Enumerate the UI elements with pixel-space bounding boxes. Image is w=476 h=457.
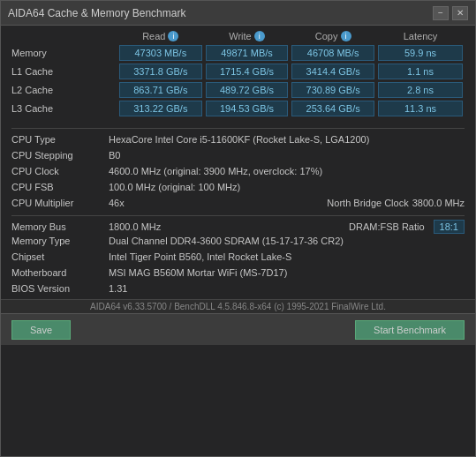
l2cache-read: 863.71 GB/s [119,82,202,98]
table-row-l2cache: L2 Cache 863.71 GB/s 489.72 GB/s 730.89 … [11,82,465,98]
info-row-chipset: Chipset Intel Tiger Point B560, Intel Ro… [11,251,465,266]
cpu-multiplier-label: CPU Multiplier [11,198,109,208]
l1cache-read: 3371.8 GB/s [119,64,202,79]
bios-value: 1.31 [109,283,465,294]
status-bar: AIDA64 v6.33.5700 / BenchDLL 4.5.846.8-x… [1,299,475,313]
info-row-cpu-multiplier: CPU Multiplier 46x North Bridge Clock 38… [11,198,465,212]
l1cache-label: L1 Cache [11,66,117,77]
copy-info-icon[interactable]: i [341,31,351,41]
info-row-motherboard: Motherboard MSI MAG B560M Mortar WiFi (M… [11,267,465,281]
memory-bus-value: 1800.0 MHz [109,221,349,232]
info-row-memory-type: Memory Type Dual Channel DDR4-3600 SDRAM… [11,236,465,250]
info-row-cpu-type: CPU Type HexaCore Intel Core i5-11600KF … [11,134,465,148]
start-benchmark-button[interactable]: Start Benchmark [355,320,465,340]
info-row-memory-bus: Memory Bus 1800.0 MHz DRAM:FSB Ratio 18:… [11,220,465,234]
header-col-read: Read i [117,31,204,41]
header-col-label [11,31,117,41]
close-button[interactable]: ✕ [452,6,468,20]
motherboard-value: MSI MAG B560M Mortar WiFi (MS-7D17) [109,267,465,278]
cpu-type-value: HexaCore Intel Core i5-11600KF (Rocket L… [109,134,465,145]
bottom-bar: Save Start Benchmark [1,313,475,345]
l2cache-latency: 2.8 ns [378,82,463,98]
status-text: AIDA64 v6.33.5700 / BenchDLL 4.5.846.8-x… [90,302,386,311]
memory-copy: 46708 MB/s [291,45,374,61]
l2cache-label: L2 Cache [11,85,117,95]
table-row-l3cache: L3 Cache 313.22 GB/s 194.53 GB/s 253.64 … [11,101,465,116]
memory-latency: 59.9 ns [378,45,463,61]
memory-bus-label: Memory Bus [11,221,109,232]
cpu-clock-value: 4600.0 MHz (original: 3900 MHz, overcloc… [109,166,465,176]
cpu-fsb-value: 100.0 MHz (original: 100 MHz) [109,182,465,192]
header-col-copy: Copy i [290,31,376,41]
save-button[interactable]: Save [11,320,71,340]
window-title: AIDA64 Cache & Memory Benchmark [8,7,185,19]
header-col-write: Write i [204,31,291,41]
content-area: Read i Write i Copy i Latency Memory 47 [1,26,475,456]
table-row-memory: Memory 47303 MB/s 49871 MB/s 46708 MB/s … [11,45,465,61]
memory-label: Memory [11,48,117,58]
cpu-fsb-label: CPU FSB [11,182,109,192]
dram-fsb-label: DRAM:FSB Ratio [349,221,425,232]
l3cache-write: 194.53 GB/s [206,101,289,116]
divider-1 [11,128,465,129]
benchmark-table: Read i Write i Copy i Latency Memory 47 [1,26,475,123]
table-row-l1cache: L1 Cache 3371.8 GB/s 1715.4 GB/s 3414.4 … [11,64,465,79]
chipset-label: Chipset [11,251,109,262]
bios-label: BIOS Version [11,283,109,294]
divider-2 [11,215,465,216]
info-row-bios: BIOS Version 1.31 [11,283,465,297]
motherboard-label: Motherboard [11,267,109,278]
memory-type-value: Dual Channel DDR4-3600 SDRAM (15-17-17-3… [109,236,465,246]
cpu-clock-label: CPU Clock [11,166,109,176]
dram-fsb-value: 18:1 [434,220,465,234]
l3cache-copy: 253.64 GB/s [291,101,374,116]
cpu-stepping-value: B0 [109,150,465,161]
info-row-cpu-stepping: CPU Stepping B0 [11,150,465,164]
main-window: AIDA64 Cache & Memory Benchmark − ✕ Read… [0,0,476,457]
info-row-cpu-clock: CPU Clock 4600.0 MHz (original: 3900 MHz… [11,166,465,180]
minimize-button[interactable]: − [433,6,449,20]
l2cache-write: 489.72 GB/s [206,82,289,98]
write-info-icon[interactable]: i [254,31,265,41]
cpu-type-label: CPU Type [11,134,109,145]
title-bar-buttons: − ✕ [433,6,468,20]
l3cache-read: 313.22 GB/s [119,101,202,116]
title-bar: AIDA64 Cache & Memory Benchmark − ✕ [1,1,475,26]
read-info-icon[interactable]: i [168,31,178,41]
memory-type-label: Memory Type [11,236,109,246]
l2cache-copy: 730.89 GB/s [291,82,374,98]
info-section: CPU Type HexaCore Intel Core i5-11600KF … [1,134,475,299]
cpu-stepping-label: CPU Stepping [11,150,109,161]
memory-write: 49871 MB/s [206,45,289,61]
l1cache-copy: 3414.4 GB/s [291,64,374,79]
north-bridge-clock-value: 3800.0 MHz [412,198,465,208]
l3cache-latency: 11.3 ns [378,101,463,116]
info-row-cpu-fsb: CPU FSB 100.0 MHz (original: 100 MHz) [11,182,465,196]
north-bridge-clock-label: North Bridge Clock [327,198,408,208]
cpu-multiplier-value: 46x [109,198,327,208]
table-header: Read i Write i Copy i Latency [11,31,465,41]
l1cache-write: 1715.4 GB/s [206,64,289,79]
l1cache-latency: 1.1 ns [378,64,463,79]
memory-read: 47303 MB/s [119,45,202,61]
chipset-value: Intel Tiger Point B560, Intel Rocket Lak… [109,251,465,262]
header-col-latency: Latency [376,31,465,41]
l3cache-label: L3 Cache [11,103,117,114]
